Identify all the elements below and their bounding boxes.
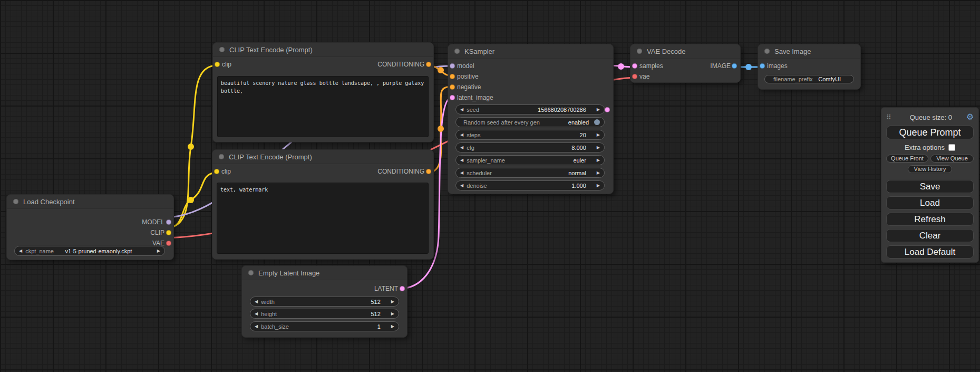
output-dot-latent[interactable]	[400, 286, 405, 291]
node-title: Load Checkpoint	[23, 198, 75, 206]
node-header[interactable]: Save Image	[758, 44, 860, 59]
clear-button[interactable]: Clear	[886, 229, 974, 242]
decrement-arrow-icon[interactable]: ◀	[255, 325, 258, 329]
increment-arrow-icon[interactable]: ▶	[391, 312, 394, 316]
decrement-arrow-icon[interactable]: ◀	[460, 158, 463, 163]
link-dot[interactable]	[618, 63, 624, 70]
node-title: VAE Decode	[647, 47, 685, 55]
collapse-dot-icon[interactable]	[219, 47, 225, 52]
node-title: CLIP Text Encode (Prompt)	[229, 46, 313, 54]
input-dot-model[interactable]	[450, 63, 455, 69]
increment-arrow-icon[interactable]: ▶	[597, 171, 600, 175]
node-graph-canvas[interactable]: Load Checkpoint MODEL CLIP VAE ◀ ckpt_na…	[0, 0, 980, 372]
scheduler-widget[interactable]: ◀ scheduler normal ▶	[455, 168, 605, 178]
widget-value: 20	[580, 132, 586, 138]
link-dot[interactable]	[188, 197, 194, 203]
decrement-arrow-icon[interactable]: ◀	[460, 146, 463, 150]
node-header[interactable]: Empty Latent Image	[242, 266, 407, 280]
node-header[interactable]: Load Checkpoint	[7, 195, 173, 209]
increment-arrow-icon[interactable]: ▶	[597, 133, 600, 137]
node-clip-text-encode-positive[interactable]: CLIP Text Encode (Prompt) clip CONDITION…	[212, 42, 434, 142]
input-label-images: images	[767, 62, 788, 70]
refresh-button[interactable]: Refresh	[886, 213, 974, 226]
widget-label: width	[261, 299, 275, 305]
queue-front-button[interactable]: Queue Front	[886, 155, 928, 163]
node-clip-text-encode-negative[interactable]: CLIP Text Encode (Prompt) clip CONDITION…	[212, 149, 434, 260]
drag-handle-icon[interactable]: ⠿	[886, 113, 896, 121]
output-dot-conditioning[interactable]	[426, 62, 431, 67]
link-dot[interactable]	[745, 64, 752, 70]
steps-widget[interactable]: ◀ steps 20 ▶	[455, 130, 605, 140]
save-button[interactable]: Save	[886, 180, 974, 193]
input-dot-negative[interactable]	[450, 84, 455, 90]
increment-arrow-icon[interactable]: ▶	[391, 325, 394, 329]
collapse-dot-icon[interactable]	[637, 49, 642, 54]
link-dot[interactable]	[438, 126, 444, 132]
random-seed-toggle[interactable]: Random seed after every gen enabled	[455, 117, 605, 127]
increment-arrow-icon[interactable]: ▶	[157, 249, 160, 253]
denoise-widget[interactable]: ◀ denoise 1.000 ▶	[455, 180, 605, 190]
input-dot-clip[interactable]	[214, 169, 219, 174]
collapse-dot-icon[interactable]	[13, 199, 18, 204]
output-dot-vae[interactable]	[166, 241, 171, 246]
decrement-arrow-icon[interactable]: ◀	[460, 108, 463, 112]
input-dot-positive[interactable]	[450, 74, 455, 79]
increment-arrow-icon[interactable]: ▶	[391, 300, 394, 304]
queue-prompt-button[interactable]: Queue Prompt	[886, 126, 974, 139]
batch-size-widget[interactable]: ◀ batch_size 1 ▶	[250, 321, 399, 331]
filename-prefix-widget[interactable]: filename_prefix ComfyUI	[764, 75, 854, 83]
node-header[interactable]: CLIP Text Encode (Prompt)	[213, 43, 433, 57]
node-header[interactable]: KSampler	[448, 44, 613, 59]
input-dot-samples[interactable]	[632, 63, 637, 69]
seed-widget[interactable]: ◀ seed 156680208700286 ▶	[455, 104, 605, 115]
toggle-knob[interactable]	[594, 119, 600, 125]
cfg-widget[interactable]: ◀ cfg 8.000 ▶	[455, 142, 605, 152]
decrement-arrow-icon[interactable]: ◀	[19, 249, 22, 253]
node-vae-decode[interactable]: VAE Decode samples IMAGE vae	[630, 44, 741, 83]
collapse-dot-icon[interactable]	[764, 49, 770, 54]
decrement-arrow-icon[interactable]: ◀	[255, 312, 258, 316]
output-label-model: MODEL	[142, 218, 164, 226]
decrement-arrow-icon[interactable]: ◀	[460, 184, 463, 188]
prompt-textarea[interactable]: text, watermark	[217, 183, 429, 254]
width-widget[interactable]: ◀ width 512 ▶	[250, 297, 399, 307]
extra-options-checkbox[interactable]	[948, 144, 955, 151]
input-dot-images[interactable]	[760, 63, 765, 69]
ckpt-name-widget[interactable]: ◀ ckpt_name v1-5-pruned-emaonly.ckpt ▶	[14, 246, 165, 256]
output-dot-clip[interactable]	[166, 230, 171, 235]
output-dot-image[interactable]	[732, 63, 737, 69]
decrement-arrow-icon[interactable]: ◀	[255, 300, 258, 304]
node-load-checkpoint[interactable]: Load Checkpoint MODEL CLIP VAE ◀ ckpt_na…	[6, 194, 174, 260]
decrement-arrow-icon[interactable]: ◀	[460, 171, 463, 175]
increment-arrow-icon[interactable]: ▶	[597, 146, 600, 150]
settings-gear-icon[interactable]: ⚙	[966, 113, 974, 121]
height-widget[interactable]: ◀ height 512 ▶	[250, 309, 399, 319]
increment-arrow-icon[interactable]: ▶	[597, 158, 600, 163]
queue-panel[interactable]: ⠿ Queue size: 0 ⚙ Queue Prompt Extra opt…	[881, 107, 979, 263]
view-queue-button[interactable]: View Queue	[930, 155, 974, 163]
prompt-textarea[interactable]: beautiful scenery nature glass bottle la…	[217, 76, 429, 137]
node-header[interactable]: VAE Decode	[630, 44, 740, 59]
load-button[interactable]: Load	[886, 196, 974, 209]
increment-arrow-icon[interactable]: ▶	[597, 108, 600, 112]
link-dot[interactable]	[188, 144, 194, 150]
decrement-arrow-icon[interactable]: ◀	[460, 133, 463, 137]
output-dot-conditioning[interactable]	[426, 169, 431, 174]
collapse-dot-icon[interactable]	[248, 270, 254, 275]
sampler-name-widget[interactable]: ◀ sampler_name euler ▶	[455, 155, 605, 165]
input-dot-vae[interactable]	[632, 74, 637, 79]
load-default-button[interactable]: Load Default	[886, 245, 974, 259]
node-save-image[interactable]: Save Image images filename_prefix ComfyU…	[758, 44, 861, 90]
input-dot-latent-image[interactable]	[450, 95, 455, 100]
collapse-dot-icon[interactable]	[454, 49, 460, 54]
node-empty-latent-image[interactable]: Empty Latent Image LATENT ◀ width 512 ▶ …	[241, 265, 407, 338]
output-dot-latent[interactable]	[605, 107, 610, 112]
node-header[interactable]: CLIP Text Encode (Prompt)	[212, 150, 433, 164]
input-dot-clip[interactable]	[215, 62, 220, 67]
view-history-button[interactable]: View History	[908, 165, 952, 173]
output-dot-model[interactable]	[166, 220, 171, 225]
increment-arrow-icon[interactable]: ▶	[597, 184, 600, 188]
collapse-dot-icon[interactable]	[219, 154, 224, 159]
link-dot[interactable]	[438, 67, 444, 73]
node-ksampler[interactable]: KSampler LATENT model positive negative …	[448, 44, 614, 194]
